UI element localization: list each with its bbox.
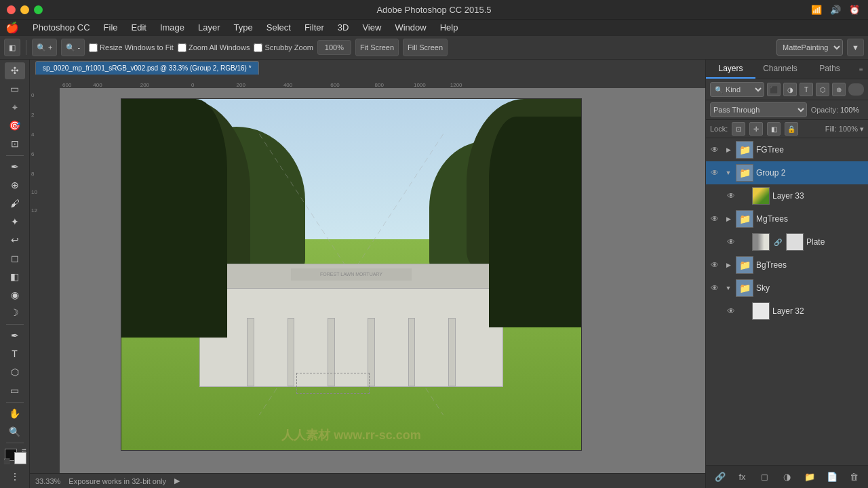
pen-tool[interactable]: ✒ — [5, 327, 25, 344]
expand-mgtrees[interactable]: ▶ — [724, 214, 733, 224]
opacity-value[interactable]: 100% — [840, 106, 864, 114]
zoom-out-btn[interactable]: 🔍 - — [61, 39, 85, 56]
blend-mode-select[interactable]: Pass Through — [710, 102, 807, 117]
adjustment-filter-btn[interactable]: ◑ — [783, 83, 797, 96]
menu-filter[interactable]: Filter — [299, 21, 330, 34]
layer-item-bgtrees[interactable]: 👁 ▶ 📁 BgTrees — [706, 253, 868, 277]
lock-pixels-btn[interactable]: ⊡ — [732, 122, 745, 136]
lasso-tool[interactable]: ⌖ — [5, 99, 25, 116]
workspace-btn[interactable]: ▼ — [847, 39, 864, 56]
new-group-btn[interactable]: 📁 — [802, 469, 818, 485]
swap-colors-icon[interactable]: ⇌ — [22, 447, 26, 453]
zoom-in-btn[interactable]: 🔍 + — [32, 39, 57, 56]
scrubby-zoom-check[interactable]: Scrubby Zoom — [254, 43, 313, 52]
dodge-tool[interactable]: ☽ — [5, 304, 25, 321]
eyedropper-tool[interactable]: ✒ — [5, 159, 25, 176]
hand-tool[interactable]: ✋ — [5, 405, 25, 422]
layer-item-fgtree[interactable]: 👁 ▶ 📁 FGTree — [706, 138, 868, 161]
menu-file[interactable]: File — [98, 21, 123, 34]
canvas-viewport[interactable]: FOREST LAWN MORTUARY 人人素材 www.rr-sc.com — [60, 88, 705, 473]
expand-group2[interactable]: ▼ — [724, 168, 733, 178]
layer-item-group2[interactable]: 👁 ▼ 📁 Group 2 — [706, 161, 868, 184]
link-layers-btn[interactable]: 🔗 — [712, 469, 728, 485]
tab-layers[interactable]: Layers — [706, 60, 755, 79]
minimize-button[interactable] — [20, 5, 29, 14]
visibility-bgtrees[interactable]: 👁 — [709, 259, 721, 271]
menu-view[interactable]: View — [357, 21, 387, 34]
fit-screen-btn[interactable]: Fit Screen — [355, 39, 399, 56]
shape-filter-btn[interactable]: ⬡ — [816, 83, 829, 96]
menu-image[interactable]: Image — [155, 21, 190, 34]
layer-item-layer33[interactable]: 👁 ▶ Layer 33 — [706, 184, 868, 207]
crop-tool[interactable]: ⊡ — [5, 136, 25, 152]
zoom-all-check[interactable]: Zoom All Windows — [178, 43, 250, 52]
add-adjustment-btn[interactable]: ◑ — [779, 469, 795, 485]
healing-tool[interactable]: ⊕ — [5, 176, 25, 193]
blur-tool[interactable]: ◉ — [5, 286, 25, 303]
scrubby-zoom-input[interactable] — [254, 43, 262, 52]
apple-logo[interactable]: 🍎 — [5, 21, 19, 35]
menu-edit[interactable]: Edit — [126, 21, 152, 34]
fill-value[interactable]: 100% — [839, 125, 858, 133]
maximize-button[interactable] — [34, 5, 43, 14]
visibility-fgtree[interactable]: 👁 — [709, 144, 721, 156]
zoom-input[interactable] — [317, 40, 351, 55]
marquee-tool[interactable]: ▭ — [5, 81, 25, 98]
layer-item-plate[interactable]: 👁 ▶ 🔗 Plate — [706, 230, 868, 253]
zoom-tool[interactable]: 🔍 — [5, 423, 25, 440]
new-layer-btn[interactable]: 📄 — [824, 469, 840, 485]
panel-collapse-btn[interactable]: ≡ — [854, 60, 868, 79]
menu-help[interactable]: Help — [435, 21, 464, 34]
menu-layer[interactable]: Layer — [193, 21, 226, 34]
quick-select-tool[interactable]: 🎯 — [5, 117, 25, 134]
expand-sky[interactable]: ▼ — [724, 283, 733, 293]
status-arrow-btn[interactable]: ▶ — [174, 476, 180, 485]
stamp-tool[interactable]: ✦ — [5, 213, 25, 230]
visibility-group2[interactable]: 👁 — [709, 167, 721, 179]
menu-3d[interactable]: 3D — [332, 21, 355, 34]
menu-photoshop[interactable]: Photoshop CC — [27, 21, 96, 34]
gradient-tool[interactable]: ◧ — [5, 268, 25, 285]
edit-toolbar-btn[interactable]: ⋮ — [5, 468, 25, 485]
fill-screen-btn[interactable]: Fill Screen — [403, 39, 448, 56]
brush-tool[interactable]: 🖌 — [5, 195, 25, 211]
layer-item-layer32[interactable]: 👁 ▶ Layer 32 — [706, 300, 868, 323]
visibility-layer33[interactable]: 👁 — [725, 190, 737, 202]
lock-artboard-btn[interactable]: ◧ — [767, 122, 781, 136]
visibility-layer32[interactable]: 👁 — [725, 305, 737, 317]
tool-selector[interactable]: ◧ — [4, 39, 20, 56]
path-select-tool[interactable]: ⬡ — [5, 364, 25, 381]
layer-item-sky[interactable]: 👁 ▼ 📁 Sky — [706, 277, 868, 300]
background-color[interactable] — [14, 452, 26, 464]
smart-filter-btn[interactable]: ⊕ — [832, 83, 846, 96]
zoom-all-input[interactable] — [178, 43, 186, 52]
menu-select[interactable]: Select — [261, 21, 296, 34]
move-tool[interactable]: ✣ — [5, 62, 25, 79]
tab-channels[interactable]: Channels — [755, 60, 805, 79]
layer-item-mgtrees[interactable]: 👁 ▶ 📁 MgTrees — [706, 207, 868, 230]
fx-btn[interactable]: fx — [734, 469, 751, 485]
resize-windows-input[interactable] — [89, 43, 98, 52]
eraser-tool[interactable]: ◻ — [5, 249, 25, 266]
tab-paths[interactable]: Paths — [805, 60, 854, 79]
resize-windows-check[interactable]: Resize Windows to Fit — [89, 43, 174, 52]
canvas-tab-active[interactable]: sp_0020_mp_fr1001_sRGB_v002.psd @ 33.3% … — [35, 61, 259, 75]
filter-toggle[interactable] — [848, 83, 864, 96]
expand-fgtree[interactable]: ▶ — [724, 145, 733, 155]
visibility-plate[interactable]: 👁 — [725, 236, 737, 248]
delete-layer-btn[interactable]: 🗑 — [846, 469, 863, 485]
add-mask-btn[interactable]: ◻ — [757, 469, 773, 485]
expand-bgtrees[interactable]: ▶ — [724, 260, 733, 270]
text-tool[interactable]: T — [5, 346, 25, 363]
menu-type[interactable]: Type — [229, 21, 258, 34]
close-button[interactable] — [7, 5, 16, 14]
pixel-filter-btn[interactable]: ⬛ — [767, 83, 781, 96]
menu-window[interactable]: Window — [389, 21, 431, 34]
visibility-sky[interactable]: 👁 — [709, 282, 721, 294]
shape-tool[interactable]: ▭ — [5, 382, 25, 399]
default-colors-icon[interactable]: ⬛ — [3, 458, 10, 464]
history-tool[interactable]: ↩ — [5, 231, 25, 248]
workspace-select[interactable]: MattePainting — [776, 39, 843, 56]
visibility-mgtrees[interactable]: 👁 — [709, 213, 721, 225]
lock-all-btn[interactable]: 🔒 — [785, 122, 798, 136]
